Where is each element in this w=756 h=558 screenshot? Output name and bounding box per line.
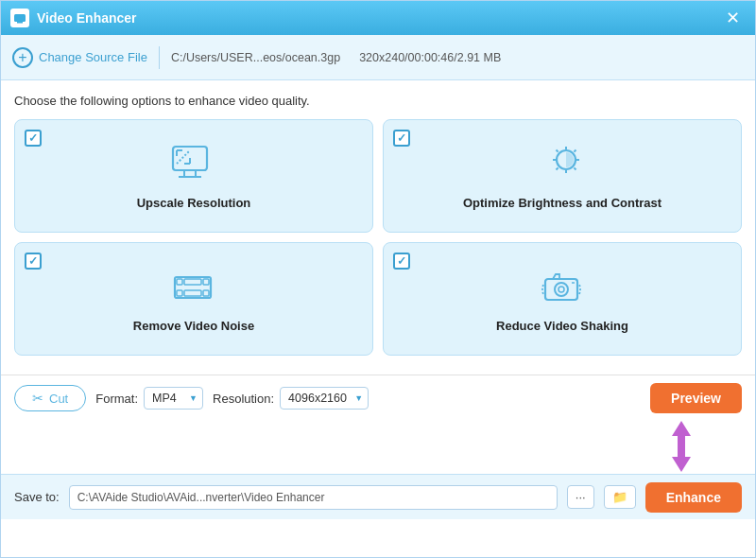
option-card-shaking: Reduce Video Shaking [383,242,742,356]
format-select[interactable]: MP4 AVI MOV MKV WMV [144,387,203,410]
format-group: Format: MP4 AVI MOV MKV WMV [95,387,203,410]
title-bar-left: Video Enhancer [10,9,137,27]
option-card-noise: Remove Video Noise [14,242,373,356]
svg-line-19 [557,167,558,169]
checkbox-brightness[interactable] [393,130,410,147]
save-bar: Save to: C:\AVAide Studio\AVAid...nverte… [1,474,755,519]
film-icon [169,266,218,309]
svg-rect-20 [175,277,211,298]
cut-label: Cut [49,392,68,406]
close-button[interactable]: ✕ [720,8,746,28]
svg-rect-26 [203,290,209,296]
svg-line-16 [557,149,558,151]
title-bar: Video Enhancer ✕ [1,1,755,35]
brightness-icon [538,143,587,186]
svg-rect-25 [184,290,201,296]
source-file-path: C:/Users/USER...eos/ocean.3gp [171,51,340,64]
save-label: Save to: [14,490,60,504]
checkbox-noise[interactable] [25,253,42,270]
svg-rect-0 [14,14,26,22]
format-select-wrap: MP4 AVI MOV MKV WMV [144,387,203,410]
save-dots-button[interactable]: ··· [567,485,594,509]
subtitle: Choose the following options to enhance … [14,94,742,108]
camera-icon [538,266,587,309]
source-divider [159,46,160,69]
arrow-area [1,421,755,474]
cut-button[interactable]: ✂ Cut [14,385,86,411]
preview-button[interactable]: Preview [650,383,742,413]
svg-rect-24 [177,290,182,296]
option-card-upscale: Upscale Resolution [14,119,373,233]
source-bar: + Change Source File C:/Users/USER...eos… [1,35,755,80]
resolution-group: Resolution: 4096x2160 1920x1080 1280x720… [213,387,369,410]
svg-rect-23 [203,279,209,285]
svg-point-29 [558,287,564,292]
checkbox-shaking[interactable] [393,253,410,270]
svg-marker-32 [672,440,691,472]
source-file-meta: 320x240/00:00:46/2.91 MB [359,51,501,64]
option-label-brightness: Optimize Brightness and Contrast [463,196,662,210]
svg-rect-22 [184,279,201,285]
plus-icon: + [12,47,33,68]
source-file-info: C:/Users/USER...eos/ocean.3gp 320x240/00… [171,51,501,64]
toolbar: ✂ Cut Format: MP4 AVI MOV MKV WMV Resolu… [1,375,755,421]
save-folder-button[interactable]: 📁 [604,485,636,509]
enhance-button[interactable]: Enhance [645,482,742,513]
svg-point-28 [555,283,568,296]
change-source-label: Change Source File [39,50,147,64]
resolution-select-wrap: 4096x2160 1920x1080 1280x720 854x480 640… [280,387,369,410]
svg-rect-1 [17,22,23,24]
svg-line-17 [574,167,576,169]
option-label-noise: Remove Video Noise [133,319,254,333]
checkbox-upscale[interactable] [25,130,42,147]
format-label: Format: [95,392,138,406]
change-source-button[interactable]: + Change Source File [12,47,147,68]
resolution-label: Resolution: [213,392,274,406]
svg-line-18 [574,149,576,151]
scissors-icon: ✂ [32,391,43,406]
folder-icon: 📁 [612,490,627,504]
option-label-shaking: Reduce Video Shaking [496,319,628,333]
svg-rect-21 [177,279,182,285]
monitor-icon [169,143,218,186]
arrow-annotation [662,419,738,474]
option-label-upscale: Upscale Resolution [137,196,251,210]
options-grid: Upscale Resolution Optimize B [14,119,742,356]
main-content: Choose the following options to enhance … [1,80,755,375]
svg-line-6 [177,150,190,164]
window-title: Video Enhancer [37,10,137,26]
resolution-select[interactable]: 4096x2160 1920x1080 1280x720 854x480 640… [280,387,369,410]
option-card-brightness: Optimize Brightness and Contrast [383,119,742,233]
app-icon [10,9,29,27]
save-path: C:\AVAide Studio\AVAid...nverter\Video E… [69,485,558,510]
